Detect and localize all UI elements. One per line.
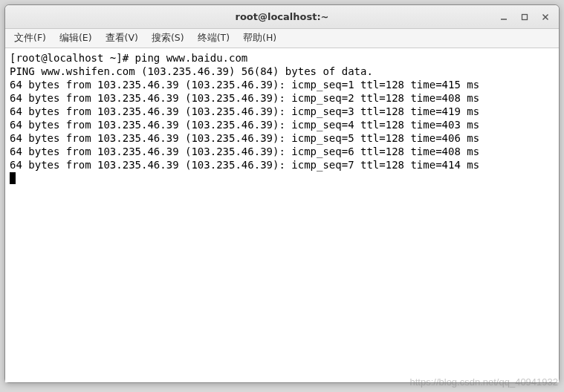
window-controls <box>493 5 556 29</box>
ping-line: 64 bytes from 103.235.46.39 (103.235.46.… <box>10 119 479 131</box>
menubar: 文件(F) 编辑(E) 查看(V) 搜索(S) 终端(T) 帮助(H) <box>5 29 559 48</box>
watermark-text: https://blog.csdn.net/qq_40941932 <box>410 376 559 388</box>
ping-line: 64 bytes from 103.235.46.39 (103.235.46.… <box>10 92 479 104</box>
close-button[interactable] <box>535 8 556 26</box>
svg-rect-1 <box>522 15 528 20</box>
maximize-button[interactable] <box>514 8 535 26</box>
terminal-window: root@localhost:~ 文件(F) 编辑(E) 查看(V) 搜索(S)… <box>4 4 560 383</box>
ping-line: 64 bytes from 103.235.46.39 (103.235.46.… <box>10 132 479 144</box>
terminal-cursor <box>10 172 16 184</box>
shell-prompt: [root@localhost ~]# <box>10 52 135 64</box>
menu-help[interactable]: 帮助(H) <box>237 30 282 47</box>
menu-view[interactable]: 查看(V) <box>100 30 144 47</box>
ping-line: 64 bytes from 103.235.46.39 (103.235.46.… <box>10 146 479 157</box>
menu-edit[interactable]: 编辑(E) <box>54 30 98 47</box>
close-icon <box>542 13 549 21</box>
menu-search[interactable]: 搜索(S) <box>146 30 190 47</box>
ping-line: 64 bytes from 103.235.46.39 (103.235.46.… <box>10 159 479 171</box>
terminal-area[interactable]: [root@localhost ~]# ping www.baidu.com P… <box>5 48 559 382</box>
menu-file[interactable]: 文件(F) <box>8 30 52 47</box>
minimize-button[interactable] <box>493 8 514 26</box>
shell-command: ping www.baidu.com <box>135 52 248 64</box>
menu-terminal[interactable]: 终端(T) <box>192 30 236 47</box>
minimize-icon <box>500 13 508 21</box>
ping-header: PING www.wshifen.com (103.235.46.39) 56(… <box>10 65 373 77</box>
ping-line: 64 bytes from 103.235.46.39 (103.235.46.… <box>10 105 479 117</box>
ping-line: 64 bytes from 103.235.46.39 (103.235.46.… <box>10 79 479 91</box>
window-title: root@localhost:~ <box>235 11 328 22</box>
maximize-icon <box>521 13 528 21</box>
titlebar: root@localhost:~ <box>5 5 559 29</box>
